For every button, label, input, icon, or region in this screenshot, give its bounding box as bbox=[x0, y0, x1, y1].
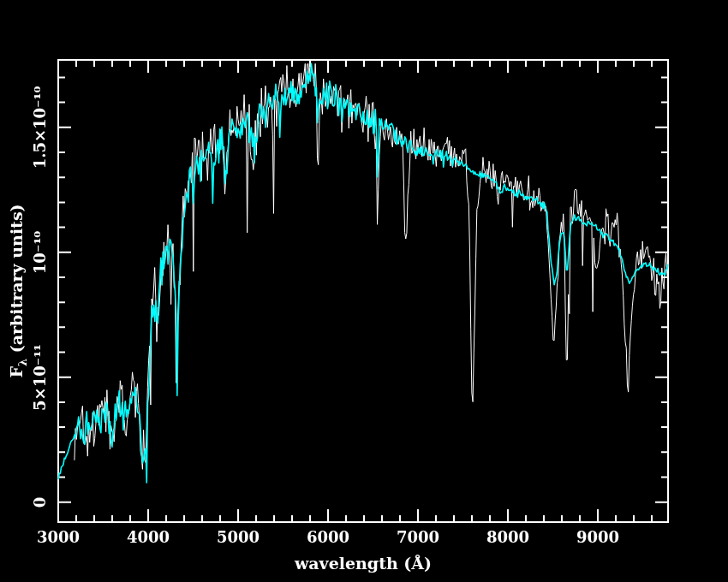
x-tick-label: 7000 bbox=[397, 528, 439, 546]
y-axis-symbol: F bbox=[7, 366, 26, 378]
y-axis-subscript: λ bbox=[16, 359, 29, 366]
y-axis-title: Fλ (arbitrary units) bbox=[7, 204, 29, 377]
x-tick-label: 9000 bbox=[576, 528, 619, 546]
screenshot-root: { "chart_data": { "type": "line", "title… bbox=[0, 0, 728, 582]
y-axis-units: (arbitrary units) bbox=[7, 204, 26, 359]
x-tick-label: 4000 bbox=[127, 528, 170, 546]
y-tick-label: 0 bbox=[31, 496, 49, 508]
x-axis-title: wavelength (Å) bbox=[295, 554, 432, 573]
y-tick-label: 10⁻¹⁰ bbox=[31, 231, 49, 274]
y-tick-label: 5×10⁻¹¹ bbox=[31, 344, 49, 411]
x-tick-label: 5000 bbox=[217, 528, 260, 546]
x-tick-label: 6000 bbox=[307, 528, 349, 546]
x-tick-label: 3000 bbox=[37, 528, 80, 546]
spectrum-plot-canvas bbox=[0, 0, 728, 582]
x-tick-label: 8000 bbox=[486, 528, 529, 546]
y-tick-label: 1.5×10⁻¹⁰ bbox=[31, 86, 49, 169]
